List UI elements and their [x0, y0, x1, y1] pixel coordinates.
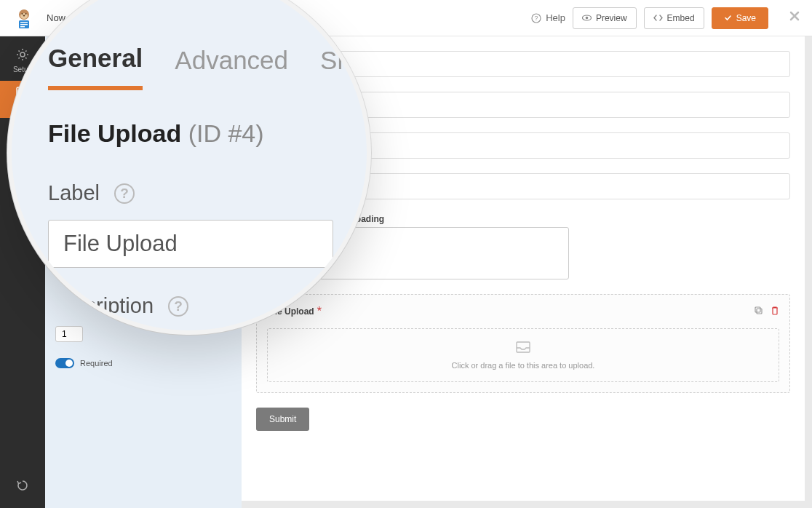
- field-options-tabs: General Advanced Sn: [48, 44, 333, 90]
- topbar-actions: ? Help Preview Embed Save: [531, 7, 800, 29]
- submit-button[interactable]: Submit: [256, 408, 309, 431]
- revision-icon[interactable]: [16, 479, 29, 495]
- label-caption: Label: [48, 181, 100, 205]
- preview-label: Preview: [596, 13, 627, 23]
- svg-rect-7: [20, 24, 28, 25]
- svg-rect-18: [755, 307, 760, 312]
- svg-point-3: [25, 13, 27, 15]
- svg-point-2: [22, 13, 23, 15]
- required-star: *: [317, 305, 322, 318]
- wpforms-logo-icon: [12, 6, 36, 31]
- embed-label: Embed: [667, 13, 695, 23]
- svg-point-13: [20, 52, 25, 57]
- embed-button[interactable]: Embed: [644, 7, 704, 29]
- tab-advanced[interactable]: Advanced: [175, 46, 288, 88]
- close-icon[interactable]: [789, 10, 800, 25]
- svg-point-12: [586, 17, 589, 20]
- save-label: Save: [736, 13, 756, 23]
- help-icon[interactable]: ?: [114, 183, 135, 204]
- required-toggle-row: Required: [55, 358, 231, 368]
- inbox-icon: [515, 341, 531, 355]
- svg-rect-6: [20, 22, 28, 23]
- help-label: Help: [546, 12, 565, 23]
- upload-dropzone[interactable]: Click or drag a file to this area to upl…: [267, 328, 779, 382]
- duplicate-icon[interactable]: [754, 305, 763, 318]
- save-button[interactable]: Save: [712, 7, 768, 29]
- file-upload-section[interactable]: File Upload * Click or drag a file to th…: [256, 294, 790, 393]
- gear-icon: [16, 48, 29, 63]
- svg-point-4: [23, 15, 25, 16]
- help-icon[interactable]: ?: [168, 296, 188, 317]
- delete-icon[interactable]: [771, 305, 779, 318]
- tab-general[interactable]: General: [48, 44, 143, 90]
- field-heading: File Upload (ID #4): [48, 119, 333, 148]
- preview-button[interactable]: Preview: [573, 7, 637, 29]
- help-link[interactable]: ? Help: [531, 12, 565, 23]
- svg-rect-8: [20, 26, 25, 27]
- required-toggle[interactable]: [55, 358, 74, 368]
- svg-rect-19: [757, 309, 762, 314]
- required-label: Required: [80, 359, 113, 368]
- label-input[interactable]: [48, 220, 333, 268]
- number-input[interactable]: [55, 326, 83, 342]
- upload-hint: Click or drag a file to this area to upl…: [452, 361, 595, 370]
- svg-text:?: ?: [535, 15, 538, 22]
